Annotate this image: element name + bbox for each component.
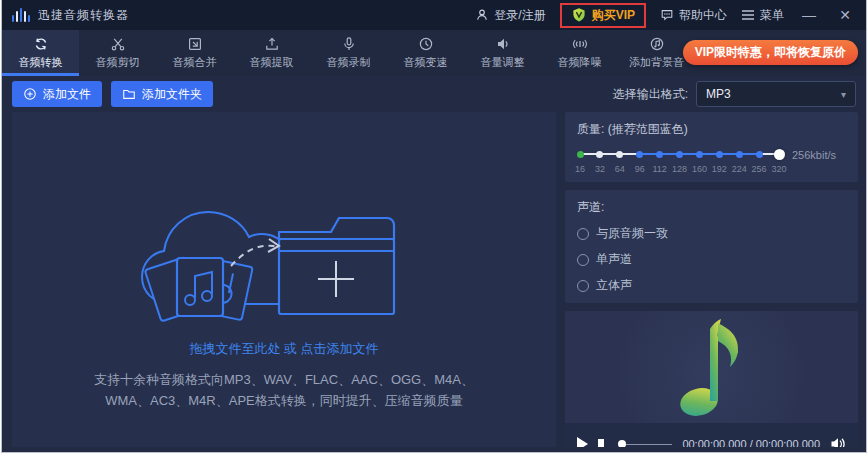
seek-bar[interactable] (618, 439, 672, 447)
volume-icon (495, 36, 511, 52)
folder-icon (122, 87, 136, 101)
tab-audio-extract[interactable]: 音频提取 (233, 30, 310, 76)
quality-panel: 质量: (推荐范围蓝色) 16 32 64 96 112 128 160 192… (565, 112, 858, 182)
hamburger-icon (741, 9, 755, 21)
bitrate-value: 256kbit/s (792, 149, 836, 161)
bitrate-stop-dot[interactable] (616, 151, 623, 158)
merge-icon (187, 36, 203, 52)
stop-icon[interactable] (598, 439, 604, 448)
waveform-logo-icon (12, 8, 30, 22)
toolbar: 音频转换 音频剪切 音频合并 音频提取 音频录制 音频变速 音量调整 音频降噪 (2, 30, 866, 76)
bitrate-stop-dot[interactable] (736, 151, 743, 158)
time-display: 00:00:00.000 / 00:00:00.000 (682, 438, 820, 447)
plus-circle-icon (23, 87, 37, 101)
bitrate-slider[interactable]: 16 32 64 96 112 128 160 192 224 256 320 (577, 149, 782, 175)
minimize-button[interactable]: — (798, 7, 820, 23)
output-format-label: 选择输出格式: (613, 86, 688, 103)
player-controls: 00:00:00.000 / 00:00:00.000 (565, 423, 858, 447)
tab-audio-merge[interactable]: 音频合并 (156, 30, 233, 76)
app-title: 迅捷音频转换器 (38, 7, 129, 24)
bitrate-stop-dot[interactable] (696, 151, 703, 158)
play-icon[interactable] (577, 437, 588, 447)
tab-audio-record[interactable]: 音频录制 (310, 30, 387, 76)
bitrate-stop-dot[interactable] (577, 151, 584, 158)
radio-same-as-source[interactable]: 与原音频一致 (577, 225, 846, 242)
tab-audio-denoise[interactable]: 音频降噪 (541, 30, 618, 76)
bitrate-stop-dot[interactable] (716, 151, 723, 158)
tab-volume-adjust[interactable]: 音量调整 (464, 30, 541, 76)
cloud-upload-illustration (119, 154, 449, 326)
add-file-button[interactable]: 添加文件 (12, 81, 102, 107)
app-window: 迅捷音频转换器 登录/注册 购买VIP 帮助中心 菜单 (1, 0, 867, 453)
close-button[interactable]: ✕ (834, 7, 856, 23)
output-format-select[interactable]: MP3 ▾ (696, 81, 856, 107)
bitrate-stop-dot[interactable] (636, 151, 643, 158)
note-illustration (669, 311, 755, 423)
speaker-icon[interactable] (830, 437, 846, 447)
actions-row: 添加文件 添加文件夹 选择输出格式: MP3 ▾ (2, 76, 866, 112)
bitrate-stop-dot[interactable] (676, 151, 683, 158)
buy-vip-button[interactable]: 购买VIP (560, 3, 646, 28)
radio-icon (577, 280, 589, 292)
vip-promo-banner[interactable]: VIP限时特惠，即将恢复原价 (683, 40, 858, 65)
add-folder-button[interactable]: 添加文件夹 (111, 81, 213, 107)
channels-label: 声道: (577, 199, 846, 216)
radio-mono[interactable]: 单声道 (577, 251, 846, 268)
chat-icon (660, 8, 674, 22)
radio-icon (577, 254, 589, 266)
drop-hint-link[interactable]: 拖拽文件至此处 或 点击添加文件 (189, 340, 378, 358)
scissors-icon (110, 36, 126, 52)
supported-formats-text: 支持十余种音频格式向MP3、WAV、FLAC、AAC、OGG、M4A、 WMA、… (94, 370, 474, 410)
seek-handle[interactable] (618, 440, 626, 447)
title-bar: 迅捷音频转换器 登录/注册 购买VIP 帮助中心 菜单 (2, 0, 866, 30)
extract-icon (264, 36, 280, 52)
login-button[interactable]: 登录/注册 (475, 7, 545, 24)
radio-stereo[interactable]: 立体声 (577, 277, 846, 294)
menu-button[interactable]: 菜单 (741, 7, 784, 24)
sync-icon (33, 36, 49, 52)
person-icon (475, 8, 489, 22)
bitrate-stop-dot[interactable] (596, 151, 603, 158)
tab-audio-cut[interactable]: 音频剪切 (79, 30, 156, 76)
radio-icon (577, 228, 589, 240)
microphone-icon (341, 36, 357, 52)
vip-shield-icon (571, 7, 587, 23)
tab-audio-speed[interactable]: 音频变速 (387, 30, 464, 76)
player-artwork (565, 311, 858, 423)
denoise-icon (572, 36, 588, 52)
bitrate-stop-dot[interactable] (656, 151, 663, 158)
channels-panel: 声道: 与原音频一致 单声道 立体声 (565, 190, 858, 303)
help-center-button[interactable]: 帮助中心 (660, 7, 727, 24)
chevron-down-icon: ▾ (841, 89, 846, 100)
preview-player: 00:00:00.000 / 00:00:00.000 (565, 311, 858, 447)
bitrate-stop-dot[interactable] (756, 151, 763, 158)
quality-label: 质量: (推荐范围蓝色) (577, 121, 846, 138)
bitrate-slider-handle[interactable] (774, 149, 785, 160)
tab-audio-convert[interactable]: 音频转换 (2, 30, 79, 76)
music-note-icon (649, 36, 665, 52)
speed-icon (418, 36, 434, 52)
file-drop-zone[interactable]: 拖拽文件至此处 或 点击添加文件 支持十余种音频格式向MP3、WAV、FLAC、… (12, 112, 556, 447)
